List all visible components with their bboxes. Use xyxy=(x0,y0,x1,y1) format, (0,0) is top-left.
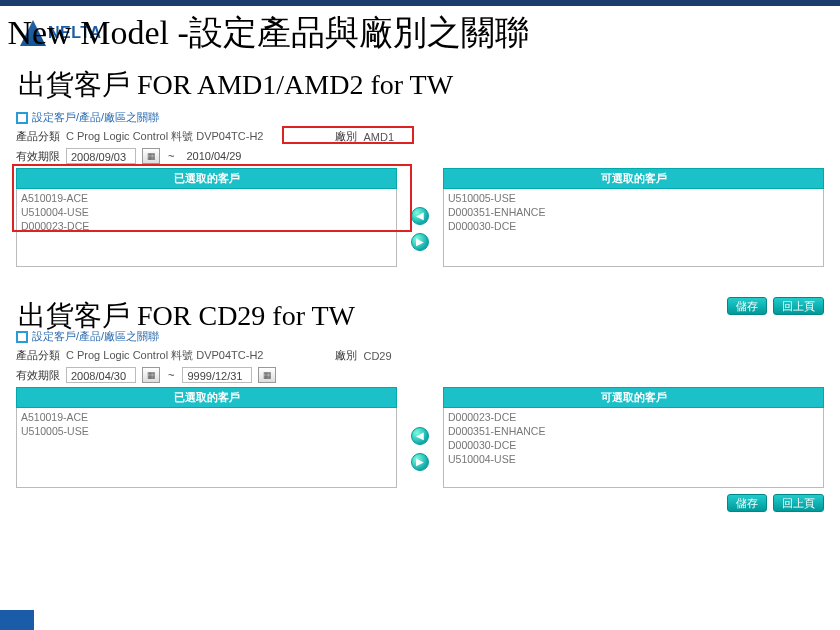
list-item[interactable]: D000351-ENHANCE xyxy=(448,424,819,438)
available-body[interactable]: D000023-DCE D000351-ENHANCE D000030-DCE … xyxy=(443,408,824,488)
date-label: 有效期限 xyxy=(16,149,60,164)
date-to-input[interactable]: 2010/04/29 xyxy=(182,148,252,164)
plant-label: 廠別 xyxy=(335,348,357,363)
available-list: 可選取的客戶 D000023-DCE D000351-ENHANCE D0000… xyxy=(443,387,824,488)
plant-label: 廠別 xyxy=(335,129,357,144)
list-item[interactable]: D000023-DCE xyxy=(448,410,819,424)
panel1-dual-list: 已選取的客戶 A510019-ACE U510004-USE D000023-D… xyxy=(16,168,824,267)
list-item[interactable]: D000023-DCE xyxy=(21,219,392,233)
save-button[interactable]: 儲存 xyxy=(727,297,767,315)
move-left-button[interactable]: ◀ xyxy=(411,427,429,445)
transfer-arrows: ◀ ▶ xyxy=(409,387,431,488)
available-list: 可選取的客戶 U510005-USE D000351-ENHANCE D0000… xyxy=(443,168,824,267)
section1-title: 出貨客戶 FOR AMD1/AMD2 for TW xyxy=(0,58,840,108)
list-item[interactable]: D000030-DCE xyxy=(448,219,819,233)
list-item[interactable]: D000351-ENHANCE xyxy=(448,205,819,219)
list-item[interactable]: D000030-DCE xyxy=(448,438,819,452)
product-value: C Prog Logic Control 料號 DVP04TC-H2 xyxy=(66,129,263,144)
section2-title: 出貨客戶 FOR CD29 for TW xyxy=(0,297,373,339)
move-left-button[interactable]: ◀ xyxy=(411,207,429,225)
save-button[interactable]: 儲存 xyxy=(727,494,767,512)
list-item[interactable]: U510004-USE xyxy=(448,452,819,466)
product-value: C Prog Logic Control 料號 DVP04TC-H2 xyxy=(66,348,263,363)
footer-accent xyxy=(0,610,34,630)
available-header: 可選取的客戶 xyxy=(443,168,824,189)
product-label: 產品分類 xyxy=(16,348,60,363)
panel1-header: 設定客戶/產品/廠區之關聯 xyxy=(16,108,824,127)
selected-header: 已選取的客戶 xyxy=(16,387,397,408)
selected-list: 已選取的客戶 A510019-ACE U510005-USE xyxy=(16,387,397,488)
tilde: ~ xyxy=(166,369,176,381)
panel-2: 設定客戶/產品/廠區之關聯 產品分類 C Prog Logic Control … xyxy=(16,327,824,488)
plant-value: CD29 xyxy=(363,350,391,362)
panel2-product-row: 產品分類 C Prog Logic Control 料號 DVP04TC-H2 … xyxy=(16,346,824,365)
action-row-1: 出貨客戶 FOR CD29 for TW 儲存 回上頁 xyxy=(0,295,840,317)
tilde: ~ xyxy=(166,150,176,162)
title-row: NELTA New Model -設定產品與廠別之關聯 xyxy=(0,6,840,58)
date-to-input[interactable]: 9999/12/31 xyxy=(182,367,252,383)
panel1-date-row: 有效期限 2008/09/03 ▦ ~ 2010/04/29 xyxy=(16,146,824,166)
back-button[interactable]: 回上頁 xyxy=(773,494,824,512)
panel1-product-row: 產品分類 C Prog Logic Control 料號 DVP04TC-H2 … xyxy=(16,127,824,146)
plant-value: AMD1 xyxy=(363,131,394,143)
panel1-head-text: 設定客戶/產品/廠區之關聯 xyxy=(32,110,159,125)
selected-list: 已選取的客戶 A510019-ACE U510004-USE D000023-D… xyxy=(16,168,397,267)
panel-icon xyxy=(16,331,28,343)
date-label: 有效期限 xyxy=(16,368,60,383)
panel-1: 設定客戶/產品/廠區之關聯 產品分類 C Prog Logic Control … xyxy=(16,108,824,267)
date-to-picker-button[interactable]: ▦ xyxy=(258,367,276,383)
date-from-input[interactable]: 2008/09/03 xyxy=(66,148,136,164)
panel2-date-row: 有效期限 2008/04/30 ▦ ~ 9999/12/31 ▦ xyxy=(16,365,824,385)
selected-body[interactable]: A510019-ACE U510005-USE xyxy=(16,408,397,488)
move-right-button[interactable]: ▶ xyxy=(411,453,429,471)
available-body[interactable]: U510005-USE D000351-ENHANCE D000030-DCE xyxy=(443,189,824,267)
available-header: 可選取的客戶 xyxy=(443,387,824,408)
transfer-arrows: ◀ ▶ xyxy=(409,168,431,267)
list-item[interactable]: A510019-ACE xyxy=(21,191,392,205)
list-item[interactable]: U510004-USE xyxy=(21,205,392,219)
product-label: 產品分類 xyxy=(16,129,60,144)
selected-body[interactable]: A510019-ACE U510004-USE D000023-DCE xyxy=(16,189,397,267)
move-right-button[interactable]: ▶ xyxy=(411,233,429,251)
panel2-dual-list: 已選取的客戶 A510019-ACE U510005-USE ◀ ▶ 可選取的客… xyxy=(16,387,824,488)
action-row-2: 儲存 回上頁 xyxy=(0,492,840,514)
date-from-picker-button[interactable]: ▦ xyxy=(142,367,160,383)
selected-header: 已選取的客戶 xyxy=(16,168,397,189)
date-from-picker-button[interactable]: ▦ xyxy=(142,148,160,164)
list-item[interactable]: A510019-ACE xyxy=(21,410,392,424)
slide-title: New Model -設定產品與廠別之關聯 xyxy=(7,10,528,56)
list-item[interactable]: U510005-USE xyxy=(448,191,819,205)
list-item[interactable]: U510005-USE xyxy=(21,424,392,438)
panel-icon xyxy=(16,112,28,124)
date-from-input[interactable]: 2008/04/30 xyxy=(66,367,136,383)
back-button[interactable]: 回上頁 xyxy=(773,297,824,315)
